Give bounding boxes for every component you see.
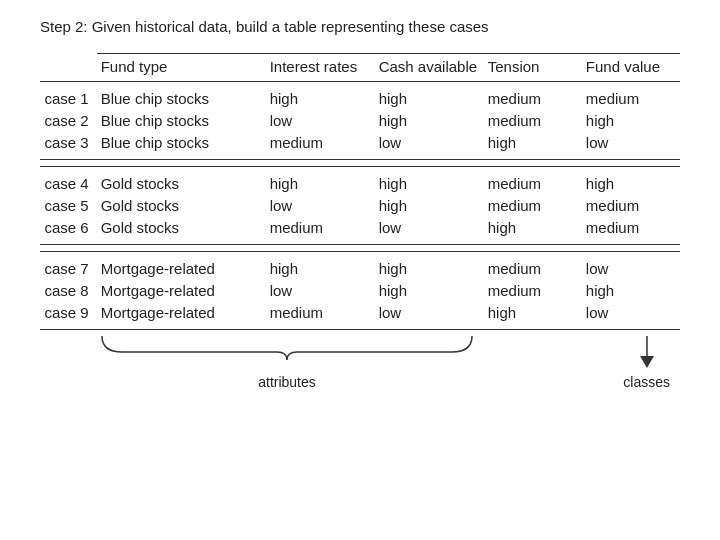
cell-fund-type: Mortgage-related <box>97 280 266 301</box>
cell-tension: medium <box>484 110 582 131</box>
table-row: case 7 Mortgage-related high high medium… <box>40 252 680 281</box>
cell-case-num: case 7 <box>40 252 97 281</box>
cell-value: high <box>582 110 680 131</box>
cell-value: high <box>582 280 680 301</box>
cell-fund-type: Gold stocks <box>97 167 266 196</box>
cell-interest: low <box>266 195 375 216</box>
annotations-area: attributes classes <box>40 334 680 390</box>
header-fund-type: Fund type <box>97 54 266 82</box>
cell-case-num: case 9 <box>40 301 97 330</box>
cell-cash: high <box>375 167 484 196</box>
header-cash-available: Cash available <box>375 54 484 82</box>
table-row: case 4 Gold stocks high high medium high <box>40 167 680 196</box>
cell-tension: medium <box>484 167 582 196</box>
group-spacer <box>40 160 680 167</box>
cell-cash: low <box>375 301 484 330</box>
cell-value: high <box>582 167 680 196</box>
cell-value: medium <box>582 216 680 245</box>
cell-value: medium <box>582 82 680 111</box>
cell-interest: low <box>266 280 375 301</box>
cell-cash: low <box>375 216 484 245</box>
cell-interest: high <box>266 82 375 111</box>
cell-fund-type: Gold stocks <box>97 195 266 216</box>
cell-interest: low <box>266 110 375 131</box>
cell-case-num: case 6 <box>40 216 97 245</box>
header-interest-rates: Interest rates <box>266 54 375 82</box>
cell-fund-type: Mortgage-related <box>97 301 266 330</box>
header-tension: Tension <box>484 54 582 82</box>
cell-fund-type: Blue chip stocks <box>97 110 266 131</box>
cell-tension: medium <box>484 280 582 301</box>
page-title: Step 2: Given historical data, build a t… <box>40 18 680 35</box>
cell-cash: high <box>375 195 484 216</box>
table-row: case 2 Blue chip stocks low high medium … <box>40 110 680 131</box>
cell-case-num: case 8 <box>40 280 97 301</box>
cell-tension: high <box>484 216 582 245</box>
cell-interest: medium <box>266 301 375 330</box>
header-fund-value: Fund value <box>582 54 680 82</box>
cell-cash: high <box>375 252 484 281</box>
attributes-bracket: attributes <box>92 334 482 390</box>
cell-fund-type: Blue chip stocks <box>97 82 266 111</box>
cell-tension: medium <box>484 82 582 111</box>
table-row: case 5 Gold stocks low high medium mediu… <box>40 195 680 216</box>
cell-fund-type: Gold stocks <box>97 216 266 245</box>
bracket-svg <box>92 334 482 372</box>
table-row: case 6 Gold stocks medium low high mediu… <box>40 216 680 245</box>
table-row: case 3 Blue chip stocks medium low high … <box>40 131 680 160</box>
cell-tension: medium <box>484 195 582 216</box>
cell-fund-type: Blue chip stocks <box>97 131 266 160</box>
cell-interest: medium <box>266 216 375 245</box>
table-row: case 1 Blue chip stocks high high medium… <box>40 82 680 111</box>
table-row: case 8 Mortgage-related low high medium … <box>40 280 680 301</box>
cell-case-num: case 4 <box>40 167 97 196</box>
cell-interest: high <box>266 252 375 281</box>
cell-case-num: case 2 <box>40 110 97 131</box>
cell-value: low <box>582 301 680 330</box>
cell-tension: medium <box>484 252 582 281</box>
cell-case-num: case 5 <box>40 195 97 216</box>
cell-cash: high <box>375 280 484 301</box>
group-spacer <box>40 245 680 252</box>
cell-interest: medium <box>266 131 375 160</box>
cell-interest: high <box>266 167 375 196</box>
cell-case-num: case 3 <box>40 131 97 160</box>
cell-case-num: case 1 <box>40 82 97 111</box>
classes-label: classes <box>623 374 670 390</box>
attributes-label: attributes <box>258 374 316 390</box>
classes-arrow: classes <box>623 334 670 390</box>
table-row: case 9 Mortgage-related medium low high … <box>40 301 680 330</box>
cell-fund-type: Mortgage-related <box>97 252 266 281</box>
cell-cash: high <box>375 82 484 111</box>
cell-cash: low <box>375 131 484 160</box>
cell-value: low <box>582 131 680 160</box>
cell-tension: high <box>484 301 582 330</box>
arrow-svg <box>632 334 662 372</box>
cell-cash: high <box>375 110 484 131</box>
cell-tension: high <box>484 131 582 160</box>
data-table: Fund type Interest rates Cash available … <box>40 53 680 330</box>
cell-value: medium <box>582 195 680 216</box>
svg-marker-1 <box>640 356 654 368</box>
header-case <box>40 54 97 82</box>
page: Step 2: Given historical data, build a t… <box>0 0 720 400</box>
cell-value: low <box>582 252 680 281</box>
